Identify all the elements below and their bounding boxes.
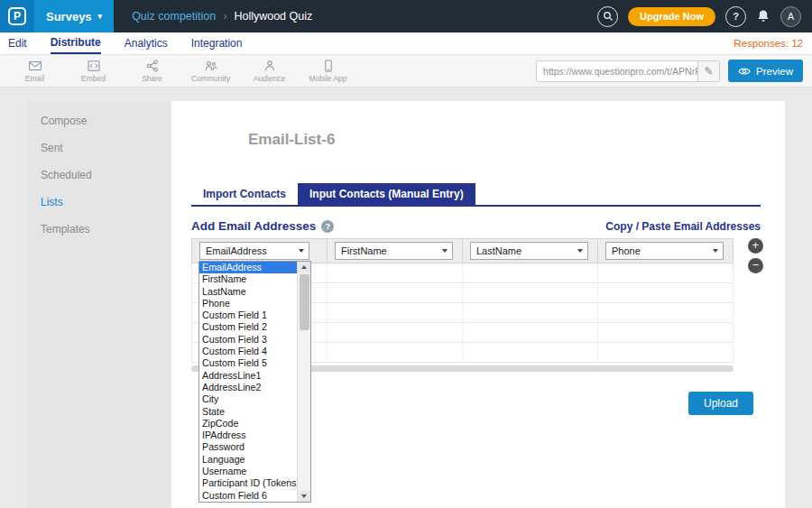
- tool-audience[interactable]: Audience: [240, 55, 299, 88]
- dropdown-option[interactable]: AddressLine2: [199, 382, 297, 393]
- edit-url-button[interactable]: ✎: [697, 61, 719, 81]
- dropdown-option[interactable]: Custom Field 1: [199, 309, 297, 321]
- dropdown-option[interactable]: ZipCode: [199, 418, 297, 429]
- column-select-firstname[interactable]: FirstName: [335, 242, 453, 260]
- header-actions: Upgrade Now ? A: [597, 6, 812, 27]
- dropdown-option[interactable]: Language: [199, 454, 297, 466]
- copy-paste-link[interactable]: Copy / Paste Email Addresses: [605, 220, 761, 233]
- tool-community[interactable]: Community: [181, 55, 240, 88]
- dropdown-option[interactable]: Custom Field 4: [199, 346, 297, 357]
- surveys-menu[interactable]: Surveys ▾: [34, 0, 114, 32]
- sidebar-item-sent[interactable]: Sent: [27, 134, 171, 162]
- table-cell[interactable]: [598, 343, 733, 362]
- dropdown-options-list: EmailAddress FirstName LastName Phone Cu…: [199, 262, 297, 502]
- column-select-phone[interactable]: Phone: [605, 242, 724, 260]
- nav-item-edit[interactable]: Edit: [8, 32, 27, 54]
- upload-button[interactable]: Upload: [688, 392, 753, 415]
- help-icon[interactable]: ?: [321, 220, 334, 233]
- chevron-down-icon: [713, 249, 718, 253]
- dropdown-option[interactable]: AddressLine1: [199, 370, 297, 382]
- responses-count[interactable]: Responses: 12: [734, 32, 812, 54]
- tool-label: Mobile App: [309, 74, 346, 83]
- dropdown-option[interactable]: Participant ID (Tokens): [199, 477, 297, 489]
- tool-share[interactable]: Share: [123, 55, 181, 88]
- tab-import-contacts[interactable]: Import Contacts: [191, 183, 298, 205]
- selected-value: FirstName: [341, 245, 387, 256]
- search-icon: [603, 11, 614, 22]
- table-cell[interactable]: [598, 263, 733, 282]
- table-cell[interactable]: [328, 343, 463, 362]
- column-select-email[interactable]: EmailAddress: [199, 242, 309, 260]
- contacts-tabs: Import Contacts Input Contacts (Manual E…: [191, 183, 761, 207]
- avatar[interactable]: A: [780, 6, 801, 27]
- embed-icon: [87, 59, 101, 73]
- table-cell[interactable]: [328, 323, 463, 342]
- preview-button[interactable]: Preview: [728, 60, 803, 82]
- tool-mobile-app[interactable]: Mobile App: [299, 55, 357, 88]
- question-icon: ?: [733, 11, 739, 22]
- section-header: Add Email Addresses ? Copy / Paste Email…: [191, 219, 761, 233]
- dropdown-option[interactable]: FirstName: [199, 273, 297, 285]
- sidebar-item-templates[interactable]: Templates: [27, 216, 171, 243]
- breadcrumb-separator-icon: ›: [223, 10, 226, 23]
- chevron-down-icon: ▾: [98, 13, 103, 21]
- remove-row-button[interactable]: −: [748, 258, 763, 273]
- table-cell[interactable]: [598, 303, 733, 322]
- column-header-cell: LastName: [463, 239, 598, 263]
- dropdown-option[interactable]: Phone: [199, 298, 297, 309]
- nav-item-integration[interactable]: Integration: [191, 32, 243, 54]
- dropdown-option[interactable]: IPAddress: [199, 429, 297, 441]
- nav-item-distribute[interactable]: Distribute: [51, 32, 101, 54]
- dropdown-option[interactable]: Password: [199, 441, 297, 453]
- dropdown-scrollbar[interactable]: [297, 262, 310, 502]
- tab-input-contacts-manual[interactable]: Input Contacts (Manual Entry): [298, 183, 475, 205]
- table-cell[interactable]: [598, 283, 733, 302]
- tool-embed[interactable]: Embed: [64, 55, 123, 88]
- tool-label: Email: [25, 74, 44, 83]
- dropdown-option[interactable]: LastName: [199, 286, 297, 298]
- upgrade-now-button[interactable]: Upgrade Now: [628, 7, 715, 26]
- table-cell[interactable]: [463, 303, 598, 322]
- dropdown-option[interactable]: Custom Field 3: [199, 334, 297, 346]
- tool-email[interactable]: Email: [5, 55, 64, 88]
- dropdown-option[interactable]: City: [199, 393, 297, 405]
- dropdown-option[interactable]: State: [199, 406, 297, 418]
- sidebar-item-scheduled[interactable]: Scheduled: [27, 162, 171, 189]
- selected-value: EmailAddress: [206, 245, 267, 256]
- dropdown-option[interactable]: Custom Field 2: [199, 321, 297, 333]
- add-row-button[interactable]: +: [748, 238, 763, 254]
- survey-url[interactable]: https://www.questionpro.com/t/APNrFZ: [537, 61, 697, 81]
- scrollbar-thumb[interactable]: [300, 274, 309, 330]
- questionpro-logo[interactable]: P: [0, 0, 34, 32]
- column-header-cell: Phone: [598, 239, 733, 263]
- dropdown-option[interactable]: Username: [199, 466, 297, 477]
- search-button[interactable]: [597, 6, 618, 27]
- tool-label: Embed: [81, 74, 106, 83]
- table-cell[interactable]: [328, 283, 463, 302]
- table-cell[interactable]: [463, 323, 598, 342]
- table-cell[interactable]: [463, 263, 598, 282]
- dropdown-option[interactable]: Custom Field 6: [199, 490, 297, 502]
- sidebar-item-lists[interactable]: Lists: [27, 189, 171, 216]
- email-sidebar: Compose Sent Scheduled Lists Templates: [27, 101, 171, 508]
- community-icon: [204, 59, 218, 73]
- table-cell[interactable]: [463, 343, 598, 362]
- scroll-up-icon[interactable]: [298, 262, 310, 272]
- scroll-down-icon[interactable]: [298, 491, 310, 502]
- table-cell[interactable]: [328, 263, 463, 282]
- help-button[interactable]: ?: [725, 6, 746, 27]
- table-cell[interactable]: [463, 283, 598, 302]
- dropdown-option[interactable]: Custom Field 5: [199, 357, 297, 369]
- tool-label: Share: [142, 74, 162, 83]
- breadcrumb-parent[interactable]: Quiz competition: [132, 10, 216, 23]
- nav-item-analytics[interactable]: Analytics: [125, 32, 168, 54]
- table-cell[interactable]: [328, 303, 463, 322]
- eye-icon: [738, 67, 751, 76]
- table-cell[interactable]: [598, 323, 733, 342]
- breadcrumb: Quiz competition › Hollywood Quiz: [132, 10, 312, 23]
- dropdown-option[interactable]: EmailAddress: [199, 262, 297, 273]
- sidebar-item-compose[interactable]: Compose: [27, 107, 171, 134]
- top-header: P Surveys ▾ Quiz competition › Hollywood…: [0, 0, 812, 32]
- notifications-button[interactable]: [756, 9, 770, 23]
- column-select-lastname[interactable]: LastName: [470, 242, 588, 260]
